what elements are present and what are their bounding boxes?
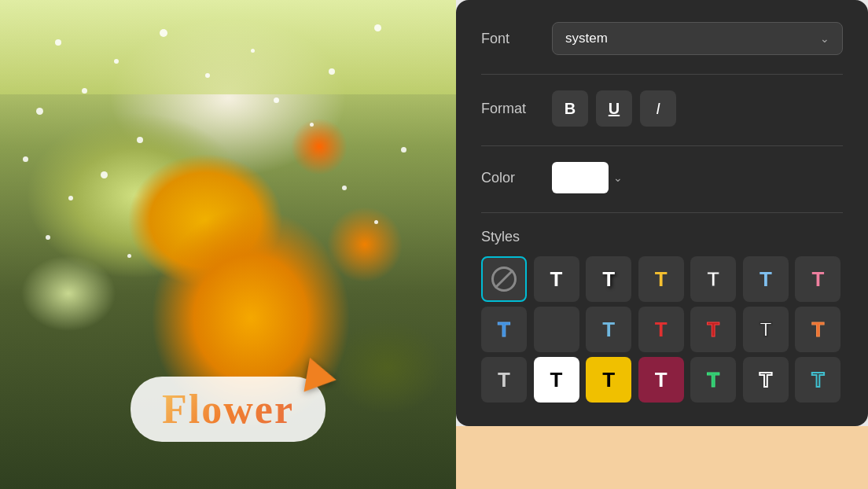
- style-cursor-space: [534, 307, 579, 352]
- bottom-peach-strip: [456, 426, 868, 489]
- style-lightblue2[interactable]: T: [586, 307, 631, 352]
- bold-button[interactable]: B: [552, 90, 588, 127]
- style-yellow[interactable]: T: [638, 256, 684, 302]
- styles-label: Styles: [481, 229, 843, 245]
- style-blue-outline[interactable]: T: [481, 307, 527, 352]
- style-dark[interactable]: T: [743, 307, 789, 352]
- divider-2: [481, 145, 843, 146]
- style-red[interactable]: T: [638, 307, 684, 352]
- main-container: Flower Font system ⌄ Format B U I: [0, 0, 868, 489]
- color-swatch-container: ⌄: [552, 162, 623, 193]
- style-orange-outline[interactable]: T: [795, 307, 840, 352]
- no-symbol-icon: [491, 267, 517, 292]
- format-row: Format B U I: [481, 90, 843, 127]
- style-plain[interactable]: T: [534, 256, 579, 302]
- divider-3: [481, 212, 843, 213]
- style-shadow[interactable]: T: [586, 256, 631, 302]
- styles-grid: T T T T T T T T T T T T T T T T T T: [481, 256, 843, 403]
- styles-section: Styles T T T T T T T T T T T T: [481, 229, 843, 403]
- color-row: Color ⌄: [481, 162, 843, 193]
- style-maroon-box[interactable]: T: [638, 357, 684, 403]
- cursor-arrow-icon: [303, 358, 339, 397]
- font-row: Font system ⌄: [481, 22, 843, 55]
- style-pink[interactable]: T: [795, 256, 840, 302]
- format-buttons: B U I: [552, 90, 676, 127]
- style-lightblue[interactable]: T: [743, 256, 789, 302]
- flower-text: Flower: [162, 387, 294, 432]
- style-none[interactable]: [481, 256, 527, 302]
- style-plain-dark[interactable]: T: [481, 357, 527, 403]
- font-dropdown[interactable]: system ⌄: [552, 22, 843, 55]
- color-chevron-icon[interactable]: ⌄: [613, 171, 623, 184]
- style-dark-red[interactable]: T: [690, 307, 736, 352]
- style-cyan-outline[interactable]: T: [795, 357, 840, 403]
- italic-button[interactable]: I: [640, 90, 676, 127]
- style-white-box[interactable]: T: [534, 357, 579, 403]
- underline-button[interactable]: U: [596, 90, 632, 127]
- font-label: Font: [481, 31, 552, 47]
- font-value: system: [565, 31, 608, 46]
- format-label: Format: [481, 101, 552, 117]
- style-green-outline[interactable]: T: [690, 357, 736, 403]
- color-swatch[interactable]: [552, 162, 609, 193]
- chevron-down-icon: ⌄: [820, 32, 829, 45]
- style-yellow-box[interactable]: T: [586, 357, 631, 403]
- style-white-dark[interactable]: T: [690, 256, 736, 302]
- style-outline-white[interactable]: T: [743, 357, 789, 403]
- settings-panel: Font system ⌄ Format B U I Color ⌄: [456, 0, 868, 426]
- flower-label-container: Flower: [131, 377, 326, 442]
- image-panel: Flower: [0, 0, 456, 489]
- color-label: Color: [481, 170, 552, 186]
- divider-1: [481, 74, 843, 75]
